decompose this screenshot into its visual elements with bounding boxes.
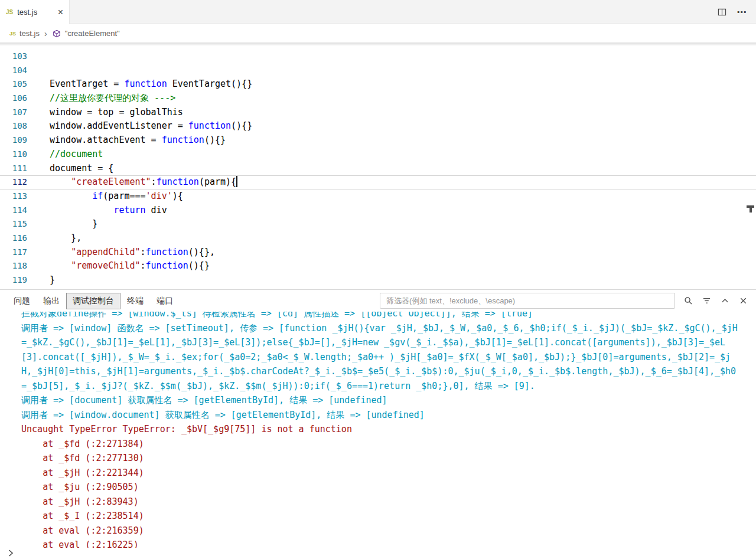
chevron-right-icon: › — [43, 29, 48, 38]
console-output-inner: 拦截对象define操作 => [window.$_ts] 待检索属性名 => … — [21, 312, 741, 548]
breadcrumb: JS test.js › "createElement" — [0, 24, 756, 43]
line-number[interactable]: 109 — [0, 133, 27, 148]
code-line[interactable]: 115 } — [0, 217, 756, 231]
console-line: at _$jH (:2:221344) — [21, 466, 741, 480]
code-text: "createElement":function(parm){ — [27, 175, 756, 189]
console-line: at _$jH (:2:83943) — [21, 495, 741, 509]
code-text — [27, 64, 756, 78]
tab-testjs[interactable]: JS test.js × — [0, 0, 70, 24]
code-text: window = top = globalThis — [27, 106, 756, 120]
symbol-string-icon — [52, 29, 61, 38]
code-editor[interactable]: 103104105EventTarget = function EventTar… — [0, 43, 756, 289]
panel-header-icons — [683, 296, 748, 306]
panel-header: 问题输出调试控制台终端端口 — [0, 290, 756, 312]
js-file-icon: JS — [6, 9, 13, 15]
code-line[interactable]: 105EventTarget = function EventTarget(){… — [0, 77, 756, 91]
console-line: at eval (:2:16225) — [21, 538, 741, 548]
line-number[interactable]: 113 — [0, 189, 27, 204]
code-line[interactable]: 113 if(parm==='div'){ — [0, 189, 756, 204]
code-line[interactable]: 114 return div — [0, 204, 756, 218]
code-text: if(parm==='div'){ — [27, 189, 756, 204]
line-number[interactable]: 117 — [0, 246, 27, 260]
code-text — [27, 50, 756, 64]
console-line: 调用者 => [window] 函数名 => [setTimeout], 传参 … — [21, 321, 741, 394]
line-number[interactable]: 112 — [0, 175, 27, 189]
code-line[interactable]: 110//document — [0, 148, 756, 162]
editor-tab-bar: JS test.js × ⋯ — [0, 0, 756, 24]
close-icon[interactable] — [738, 296, 748, 306]
line-number[interactable]: 105 — [0, 77, 27, 91]
code-text: //这里放你要代理的对象 ---> — [27, 91, 756, 106]
code-text: EventTarget = function EventTarget(){} — [27, 77, 756, 91]
code-line[interactable]: 104 — [0, 64, 756, 78]
split-editor-icon[interactable] — [717, 7, 726, 17]
panel-tab-output[interactable]: 输出 — [37, 293, 66, 309]
code-text: } — [27, 217, 756, 231]
code-text: } — [27, 273, 756, 287]
panel-tab-ports[interactable]: 端口 — [150, 293, 180, 309]
code-line[interactable]: 112 "createElement":function(parm){ — [0, 175, 756, 189]
code-line[interactable]: 118 "removeChild":function(){} — [0, 259, 756, 273]
code-text: window.attachEvent = function(){} — [27, 133, 756, 148]
text-cursor — [236, 176, 237, 187]
vscode-window: JS test.js × ⋯ JS test.js › "createEleme… — [0, 0, 756, 559]
tab-label: test.js — [17, 8, 37, 17]
console-line: at _$ju (:2:90505) — [21, 480, 741, 495]
line-number[interactable]: 111 — [0, 162, 27, 176]
console-line: 调用者 => [window.document] 获取属性名 => [getEl… — [21, 408, 741, 423]
line-number[interactable]: 119 — [0, 273, 27, 287]
console-line: 调用者 => [document] 获取属性名 => [getElementBy… — [21, 393, 741, 408]
line-number[interactable]: 107 — [0, 106, 27, 120]
overview-ruler-cursor-marker — [747, 205, 754, 213]
breadcrumb-file[interactable]: test.js — [19, 29, 40, 38]
editor-actions: ⋯ — [717, 0, 756, 24]
more-actions-icon[interactable]: ⋯ — [737, 7, 747, 17]
code-line[interactable]: 108window.addEventListener = function(){… — [0, 119, 756, 133]
console-line: Uncaught TypeError TypeError: _$bV[_$g9[… — [21, 422, 741, 437]
panel-tab-problems[interactable]: 问题 — [7, 293, 37, 309]
chevron-right-icon — [6, 548, 15, 558]
code-text: return div — [27, 204, 756, 218]
line-number[interactable]: 118 — [0, 259, 27, 273]
code-lines: 103104105EventTarget = function EventTar… — [0, 43, 756, 287]
breadcrumb-symbol[interactable]: "createElement" — [65, 29, 120, 38]
code-line[interactable]: 119} — [0, 273, 756, 287]
code-line[interactable]: 116 }, — [0, 231, 756, 246]
line-number[interactable]: 104 — [0, 64, 27, 78]
search-icon[interactable] — [683, 296, 693, 306]
code-line[interactable]: 111document = { — [0, 162, 756, 176]
line-number[interactable]: 110 — [0, 148, 27, 162]
code-text: "appendChild":function(){}, — [27, 246, 756, 260]
console-line: 拦截对象define操作 => [window.$_ts] 待检索属性名 => … — [21, 312, 741, 321]
console-line: at _$_I (:2:238514) — [21, 509, 741, 524]
code-text: //document — [27, 148, 756, 162]
code-text: document = { — [27, 162, 756, 176]
chevron-up-icon[interactable] — [720, 296, 729, 306]
debug-console-repl[interactable] — [0, 548, 756, 559]
line-number[interactable]: 106 — [0, 91, 27, 106]
code-text: }, — [27, 231, 756, 246]
debug-console-filter-input[interactable] — [380, 293, 675, 309]
code-text: window.addEventListener = function(){} — [27, 119, 756, 133]
line-number[interactable]: 116 — [0, 231, 27, 246]
tab-close-icon[interactable]: × — [58, 8, 63, 17]
panel-tabs: 问题输出调试控制台终端端口 — [7, 293, 180, 309]
console-line: at _$fd (:2:271384) — [21, 437, 741, 452]
panel-tab-debug-console[interactable]: 调试控制台 — [66, 293, 120, 309]
code-line[interactable]: 109window.attachEvent = function(){} — [0, 133, 756, 148]
console-line: at _$fd (:2:277130) — [21, 451, 741, 466]
debug-console-output[interactable]: 拦截对象define操作 => [window.$_ts] 待检索属性名 => … — [0, 312, 756, 548]
code-text: "removeChild":function(){} — [27, 259, 756, 273]
panel-tab-terminal[interactable]: 终端 — [120, 293, 150, 309]
js-file-icon: JS — [9, 31, 16, 37]
bottom-panel: 问题输出调试控制台终端端口 拦截对象define操作 => [window.$_… — [0, 289, 756, 559]
code-line[interactable]: 107window = top = globalThis — [0, 106, 756, 120]
line-number[interactable]: 115 — [0, 217, 27, 231]
filter-icon[interactable] — [702, 296, 711, 306]
code-line[interactable]: 103 — [0, 50, 756, 64]
line-number[interactable]: 103 — [0, 50, 27, 64]
line-number[interactable]: 114 — [0, 204, 27, 218]
code-line[interactable]: 117 "appendChild":function(){}, — [0, 246, 756, 260]
line-number[interactable]: 108 — [0, 119, 27, 133]
code-line[interactable]: 106//这里放你要代理的对象 ---> — [0, 91, 756, 106]
